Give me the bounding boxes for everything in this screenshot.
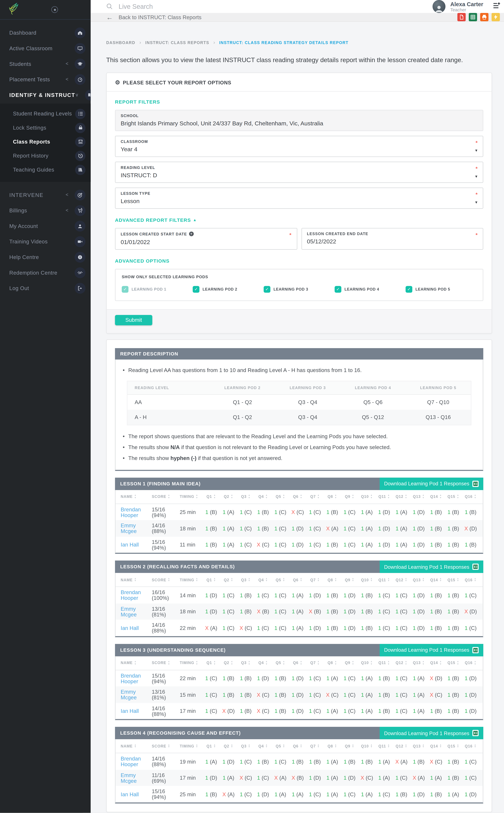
- sidebar-item-placement-tests[interactable]: Placement Tests <: [0, 72, 91, 87]
- reading-level-select[interactable]: READING LEVEL INSTRUCT: D * ▼: [115, 162, 483, 183]
- column-header-q8[interactable]: Q8▲▼: [324, 494, 341, 499]
- column-header-q6[interactable]: Q6▲▼: [289, 744, 306, 748]
- column-header-q14[interactable]: Q14▲▼: [427, 744, 445, 748]
- column-header-q11[interactable]: Q11▲▼: [376, 494, 393, 499]
- column-header-q3[interactable]: Q3▲▼: [237, 744, 254, 748]
- learning-pod-checkbox[interactable]: ✓ LEARNING POD 5: [406, 286, 477, 292]
- column-header-q16[interactable]: Q16▲▼: [462, 578, 479, 582]
- checkbox-checked-icon[interactable]: ✓: [193, 286, 199, 292]
- search-input[interactable]: [118, 2, 232, 11]
- help-icon[interactable]: ?: [189, 232, 194, 236]
- download-responses-button[interactable]: Download Learning Pod 1 Responses: [379, 478, 483, 490]
- column-header-q8[interactable]: Q8▲▼: [324, 661, 341, 665]
- student-name-link[interactable]: Emmy Mcgee: [115, 689, 152, 700]
- column-header-q3[interactable]: Q3▲▼: [237, 661, 254, 665]
- column-header-q3[interactable]: Q3▲▼: [237, 578, 254, 582]
- column-header-q11[interactable]: Q11▲▼: [376, 744, 393, 748]
- checkbox-checked-icon[interactable]: ✓: [335, 286, 341, 292]
- sidebar-item-dashboard[interactable]: Dashboard: [0, 25, 91, 40]
- column-header-q2[interactable]: Q2▲▼: [220, 744, 237, 748]
- student-name-link[interactable]: Ian Hall: [115, 542, 152, 548]
- column-header-q7[interactable]: Q7▲▼: [306, 744, 324, 748]
- column-header-q14[interactable]: Q14▲▼: [427, 661, 445, 665]
- column-header-q16[interactable]: Q16▲▼: [462, 494, 479, 499]
- column-header-q13[interactable]: Q13▲▼: [410, 744, 427, 748]
- column-header-q7[interactable]: Q7▲▼: [306, 494, 324, 499]
- download-responses-button[interactable]: Download Learning Pod 1 Responses: [379, 727, 483, 739]
- column-header-q8[interactable]: Q8▲▼: [324, 578, 341, 582]
- sidebar-item-class-reports[interactable]: Class Reports: [0, 135, 91, 149]
- sidebar-item-lock-settings[interactable]: Lock Settings: [0, 121, 91, 135]
- sidebar-item-students[interactable]: Students <: [0, 56, 91, 72]
- back-arrow-icon[interactable]: ←: [106, 13, 113, 21]
- column-header-q6[interactable]: Q6▲▼: [289, 494, 306, 499]
- column-header-q16[interactable]: Q16▲▼: [462, 744, 479, 748]
- column-header-q9[interactable]: Q9▲▼: [341, 744, 358, 748]
- column-header-q15[interactable]: Q15▲▼: [445, 661, 462, 665]
- column-header-name[interactable]: NAME▲▼: [115, 578, 152, 582]
- student-name-link[interactable]: Ian Hall: [115, 625, 152, 631]
- column-header-q13[interactable]: Q13▲▼: [410, 494, 427, 499]
- column-header-q9[interactable]: Q9▲▼: [341, 578, 358, 582]
- column-header-q1[interactable]: Q1▲▼: [203, 661, 220, 665]
- student-name-link[interactable]: Ian Hall: [115, 708, 152, 714]
- checkbox-checked-icon[interactable]: ✓: [264, 286, 270, 292]
- student-name-link[interactable]: Ian Hall: [115, 791, 152, 797]
- sidebar-item-log-out[interactable]: Log Out: [0, 280, 91, 296]
- sidebar-item-teaching-guides[interactable]: Teaching Guides: [0, 163, 91, 177]
- column-header-name[interactable]: NAME▲▼: [115, 494, 152, 499]
- breadcrumb-item[interactable]: DASHBOARD: [106, 40, 135, 45]
- column-header-q12[interactable]: Q12▲▼: [393, 661, 410, 665]
- student-name-link[interactable]: Emmy Mcgee: [115, 772, 152, 784]
- column-header-score[interactable]: SCORE▲▼: [152, 494, 180, 499]
- column-header-q4[interactable]: Q4▲▼: [254, 661, 272, 665]
- column-header-q4[interactable]: Q4▲▼: [254, 578, 272, 582]
- sidebar-item-report-history[interactable]: Report History: [0, 149, 91, 163]
- column-header-q7[interactable]: Q7▲▼: [306, 578, 324, 582]
- sidebar-item-redemption-centre[interactable]: Redemption Centre: [0, 265, 91, 280]
- download-responses-button[interactable]: Download Learning Pod 1 Responses: [379, 561, 483, 573]
- column-header-q10[interactable]: Q10▲▼: [358, 494, 375, 499]
- column-header-q14[interactable]: Q14▲▼: [427, 494, 445, 499]
- column-header-q9[interactable]: Q9▲▼: [341, 661, 358, 665]
- column-header-q16[interactable]: Q16▲▼: [462, 661, 479, 665]
- footer-link[interactable]: Help Centre: [294, 812, 319, 813]
- sidebar-toggle-icon[interactable]: [51, 6, 58, 13]
- end-date-field[interactable]: LESSON CREATED END DATE 05/12/2022 *: [301, 228, 483, 249]
- classroom-select[interactable]: CLASSROOM Year 4 * ▼: [115, 136, 483, 157]
- column-header-timing[interactable]: TIMING▲▼: [180, 494, 203, 499]
- export-pdf-icon[interactable]: [457, 13, 466, 21]
- export-flash-icon[interactable]: [492, 13, 500, 21]
- download-responses-button[interactable]: Download Learning Pod 1 Responses: [379, 644, 483, 656]
- column-header-q12[interactable]: Q12▲▼: [393, 744, 410, 748]
- learning-pod-checkbox[interactable]: ✓ LEARNING POD 4: [335, 286, 405, 292]
- column-header-q5[interactable]: Q5▲▼: [272, 494, 289, 499]
- column-header-q11[interactable]: Q11▲▼: [376, 661, 393, 665]
- column-header-q11[interactable]: Q11▲▼: [376, 578, 393, 582]
- footer-link[interactable]: Pricing & Plan: [206, 812, 237, 813]
- student-name-link[interactable]: Emmy Mcgee: [115, 606, 152, 617]
- column-header-timing[interactable]: TIMING▲▼: [180, 744, 203, 748]
- sidebar-item-active-classroom[interactable]: Active Classroom: [0, 40, 91, 56]
- app-logo-icon[interactable]: [8, 2, 22, 18]
- column-header-q13[interactable]: Q13▲▼: [410, 578, 427, 582]
- column-header-q3[interactable]: Q3▲▼: [237, 494, 254, 499]
- sidebar-item-identify-instruct[interactable]: IDENTIFY & INSTRUCT ∨: [0, 87, 91, 103]
- footer-link[interactable]: Terms & Conditions: [244, 812, 286, 813]
- column-header-q2[interactable]: Q2▲▼: [220, 661, 237, 665]
- column-header-q1[interactable]: Q1▲▼: [203, 494, 220, 499]
- column-header-q1[interactable]: Q1▲▼: [203, 578, 220, 582]
- column-header-q5[interactable]: Q5▲▼: [272, 661, 289, 665]
- column-header-q15[interactable]: Q15▲▼: [445, 744, 462, 748]
- column-header-q9[interactable]: Q9▲▼: [341, 494, 358, 499]
- column-header-q14[interactable]: Q14▲▼: [427, 578, 445, 582]
- learning-pod-checkbox[interactable]: ✓ LEARNING POD 2: [193, 286, 264, 292]
- column-header-q4[interactable]: Q4▲▼: [254, 744, 272, 748]
- sidebar-item-my-account[interactable]: My Account: [0, 218, 91, 234]
- column-header-q4[interactable]: Q4▲▼: [254, 494, 272, 499]
- column-header-q6[interactable]: Q6▲▼: [289, 578, 306, 582]
- column-header-timing[interactable]: TIMING▲▼: [180, 661, 203, 665]
- sidebar-item-student-reading-levels[interactable]: Student Reading Levels: [0, 107, 91, 121]
- column-header-q13[interactable]: Q13▲▼: [410, 661, 427, 665]
- student-name-link[interactable]: Brendan Hooper: [115, 590, 152, 601]
